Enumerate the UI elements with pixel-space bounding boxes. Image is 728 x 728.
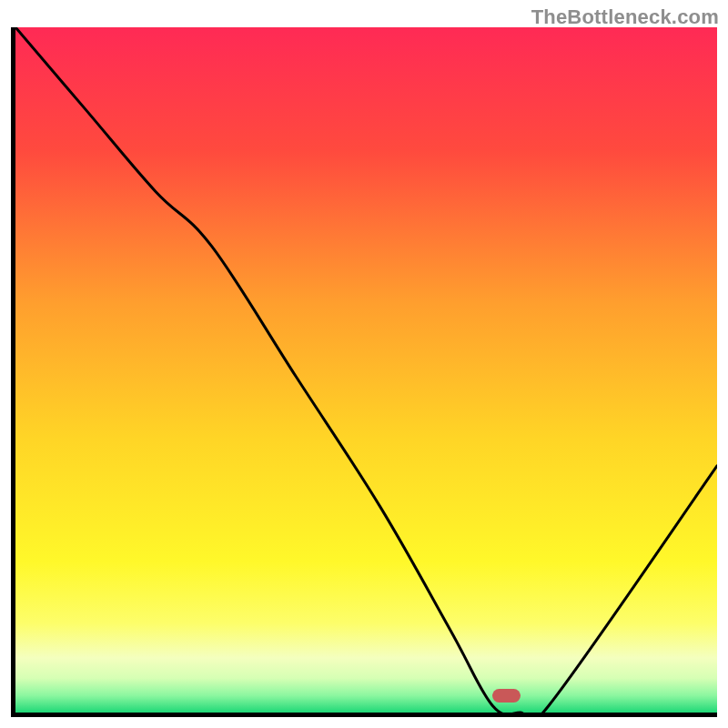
optimal-marker [492, 689, 521, 703]
plot-area [15, 27, 717, 713]
x-axis [11, 713, 717, 717]
watermark-text: TheBottleneck.com [531, 5, 719, 29]
chart-svg [15, 27, 717, 713]
gradient-fill [15, 27, 717, 713]
